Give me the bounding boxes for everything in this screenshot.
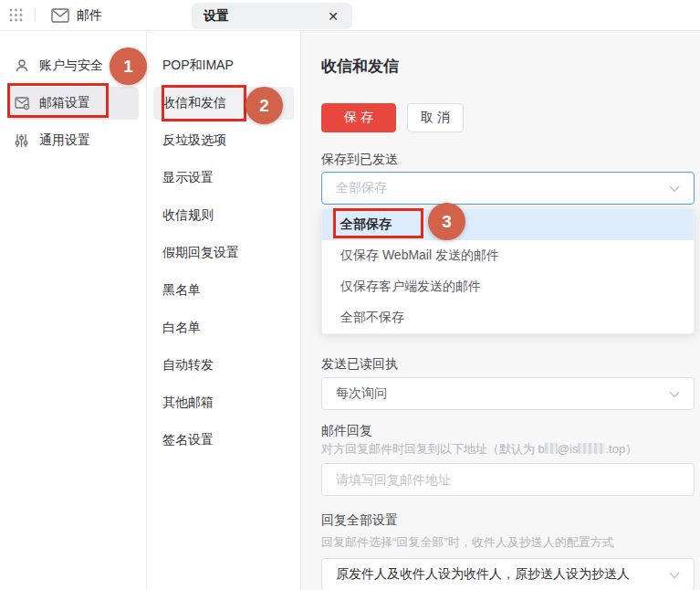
- desc-text: @is: [558, 442, 579, 456]
- tab-settings[interactable]: 设置 ✕: [192, 3, 352, 29]
- sidebar-item-mail-settings[interactable]: 邮箱设置: [7, 87, 139, 120]
- menu-item-antispam[interactable]: 反垃圾选项: [153, 124, 294, 157]
- desc-text: .top）: [605, 442, 637, 456]
- redacted-text: [578, 443, 605, 454]
- menu-item-display[interactable]: 显示设置: [153, 162, 294, 195]
- sidebar-item-label: 邮箱设置: [39, 95, 90, 111]
- menu-item-label: 签名设置: [162, 432, 214, 448]
- option-client-only[interactable]: 仅保存客户端发送的邮件: [322, 271, 694, 302]
- sidebar-item-general-settings[interactable]: 通用设置: [7, 124, 139, 157]
- redacted-text: [545, 443, 558, 454]
- menu-item-label: 自动转发: [162, 357, 214, 374]
- topbar: 邮件 设置 ✕: [0, 0, 700, 31]
- menu-item-pop-imap[interactable]: POP和IMAP: [153, 49, 294, 82]
- annotation-step-3: 3: [428, 203, 465, 240]
- mail-reply-description: 对方回复邮件时回复到以下地址（默认为 b@is.top）: [321, 442, 695, 457]
- cancel-button[interactable]: 取 消: [407, 103, 464, 132]
- sidebar-item-label: 通用设置: [39, 132, 90, 149]
- annotation-step-2: 2: [246, 87, 283, 124]
- menu-item-signature[interactable]: 签名设置: [153, 424, 294, 457]
- reply-all-description: 回复邮件选择“回复全部”时，收件人及抄送人的配置方式: [321, 535, 695, 550]
- read-receipt-label: 发送已读回执: [321, 356, 695, 371]
- menu-item-label: 收信和发信: [162, 95, 226, 111]
- topbar-divider: [35, 8, 36, 22]
- save-to-sent-label: 保存到已发送: [321, 152, 695, 166]
- app-title: 邮件: [77, 7, 102, 24]
- mail-icon: [51, 8, 69, 23]
- tab-label: 设置: [204, 8, 326, 25]
- chevron-down-icon: [669, 567, 680, 582]
- reply-all-label: 回复全部设置: [321, 512, 695, 527]
- reply-address-input[interactable]: [321, 463, 695, 496]
- menu-item-label: 反垃圾选项: [162, 132, 226, 149]
- select-value: 每次询问: [336, 385, 669, 402]
- app-grid-icon[interactable]: [9, 8, 23, 22]
- menu-item-label: 显示设置: [162, 170, 214, 186]
- save-to-sent-select[interactable]: 全部保存: [321, 172, 695, 205]
- menu-item-label: 其他邮箱: [162, 395, 214, 411]
- sidebar-item-label: 账户与安全: [39, 58, 103, 74]
- menu-item-vacation-reply[interactable]: 假期回复设置: [153, 237, 294, 269]
- menu-item-auto-forward[interactable]: 自动转发: [153, 349, 294, 382]
- mail-reply-label: 邮件回复: [321, 423, 695, 437]
- menu-item-label: 收信规则: [162, 207, 214, 224]
- user-icon: [15, 58, 30, 74]
- menu-item-label: 黑名单: [162, 282, 201, 299]
- desc-text: 对方回复邮件时回复到以下地址（默认为 b: [321, 442, 545, 456]
- tab-close-icon[interactable]: ✕: [326, 9, 340, 24]
- menu-item-other-mailbox[interactable]: 其他邮箱: [153, 386, 294, 419]
- menu-item-blacklist[interactable]: 黑名单: [153, 274, 294, 307]
- reply-all-select[interactable]: 原发件人及收件人设为收件人，原抄送人设为抄送人: [321, 558, 695, 590]
- chevron-down-icon: [669, 181, 680, 195]
- page-title: 收信和发信: [321, 58, 695, 76]
- menu-item-label: 假期回复设置: [162, 245, 239, 261]
- read-receipt-select[interactable]: 每次询问: [321, 377, 695, 410]
- option-save-none[interactable]: 全部不保存: [322, 302, 694, 333]
- sidebar: 账户与安全 邮箱设置 通: [0, 31, 147, 590]
- save-button[interactable]: 保 存: [321, 103, 396, 132]
- option-save-all[interactable]: 全部保存: [322, 209, 694, 240]
- sliders-icon: [15, 133, 30, 149]
- select-value: 全部保存: [336, 180, 669, 196]
- annotation-step-1: 1: [110, 47, 147, 85]
- chevron-down-icon: [669, 386, 680, 401]
- settings-panel: 收信和发信 保 存 取 消 保存到已发送 全部保存 全部保存 仅保存 WebMa…: [301, 31, 700, 590]
- select-value: 原发件人及收件人设为收件人，原抄送人设为抄送人: [336, 566, 669, 583]
- menu-item-whitelist[interactable]: 白名单: [153, 311, 294, 344]
- option-webmail-only[interactable]: 仅保存 WebMail 发送的邮件: [322, 240, 694, 271]
- action-buttons: 保 存 取 消: [321, 103, 695, 132]
- menu-item-label: POP和IMAP: [162, 58, 234, 74]
- menu-item-receive-rules[interactable]: 收信规则: [153, 199, 294, 232]
- menu-item-label: 白名单: [162, 320, 201, 336]
- mail-gear-icon: [15, 96, 30, 111]
- save-to-sent-dropdown: 全部保存 仅保存 WebMail 发送的邮件 仅保存客户端发送的邮件 全部不保存: [321, 208, 695, 334]
